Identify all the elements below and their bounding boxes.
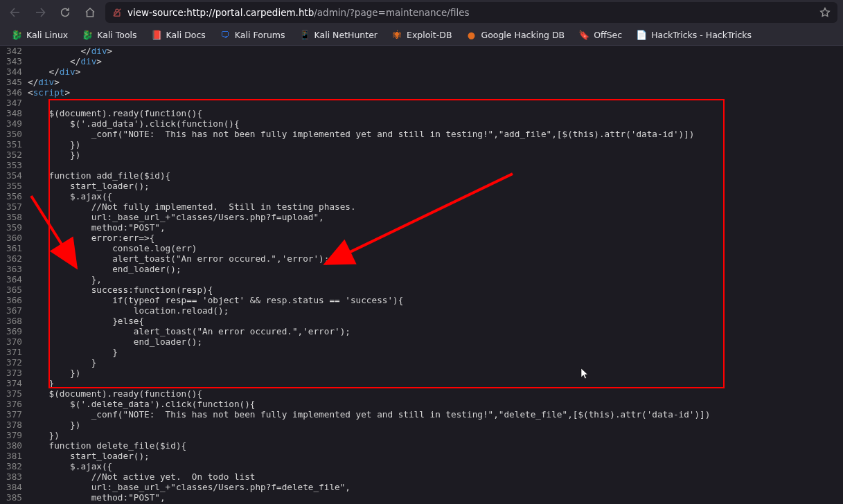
bookmark-label: Exploit-DB	[407, 30, 452, 40]
source-line: 375 $(document).ready(function(){	[0, 388, 843, 399]
line-code: </div>	[28, 56, 102, 66]
line-code: start_loader();	[28, 181, 150, 191]
source-line: 357 //Not fully implemented. Still in te…	[0, 201, 843, 212]
line-code: </div>	[28, 46, 112, 56]
line-number: 356	[0, 191, 28, 201]
source-line: 356 $.ajax({	[0, 191, 843, 201]
bookmark-label: Kali Tools	[97, 30, 136, 40]
line-number: 361	[0, 243, 28, 253]
line-number: 366	[0, 295, 28, 305]
source-line: 370 end_loader();	[0, 336, 843, 347]
source-line: 383 //Not active yet. On todo list	[0, 471, 843, 482]
line-number: 377	[0, 409, 28, 420]
line-code: })	[28, 139, 80, 150]
bookmark-item[interactable]: 🗨Kali Forums	[214, 27, 291, 44]
line-number: 347	[0, 98, 28, 108]
view-source-pane[interactable]: 342 </div>343 </div>344 </div>345</div>3…	[0, 46, 843, 504]
source-line: 380 function delete_file($id){	[0, 440, 843, 451]
bookmark-item[interactable]: 📄HackTricks - HackTricks	[630, 27, 757, 44]
source-line: 371 }	[0, 347, 843, 357]
bookmark-item[interactable]: 🕷Exploit-DB	[386, 27, 457, 44]
source-line: 359 method:"POST",	[0, 222, 843, 233]
source-line: 360 error:err=>{	[0, 233, 843, 243]
line-code: start_loader();	[28, 451, 150, 461]
line-code: })	[28, 368, 80, 378]
line-number: 371	[0, 347, 28, 357]
line-code: function delete_file($id){	[28, 440, 186, 451]
line-number: 342	[0, 46, 28, 56]
source-line: 352 })	[0, 150, 843, 160]
line-code: //Not active yet. On todo list	[28, 471, 255, 482]
line-code: location.reload();	[28, 305, 229, 316]
line-code: <script>	[28, 87, 70, 98]
line-number: 353	[0, 160, 28, 170]
bookmark-item[interactable]: 🔖OffSec	[573, 27, 628, 44]
bookmark-item[interactable]: ●Google Hacking DB	[460, 27, 570, 44]
source-line: 373 })	[0, 368, 843, 378]
forward-button[interactable]	[30, 3, 50, 22]
source-line: 382 $.ajax({	[0, 461, 843, 471]
line-number: 363	[0, 264, 28, 274]
line-number: 349	[0, 118, 28, 129]
line-code: alert_toast("An error occured.",'error')…	[28, 326, 350, 336]
line-number: 358	[0, 212, 28, 222]
line-number: 354	[0, 170, 28, 181]
reload-button[interactable]	[55, 3, 75, 22]
line-code: if(typeof resp== 'object' && resp.status…	[28, 295, 403, 305]
line-code: $.ajax({	[28, 191, 112, 201]
bookmark-icon: 📱	[299, 30, 310, 41]
line-number: 370	[0, 336, 28, 347]
source-line: 365 success:function(resp){	[0, 285, 843, 295]
source-line: 381 start_loader();	[0, 451, 843, 461]
source-line: 350 _conf("NOTE: This has not been fully…	[0, 129, 843, 139]
source-line: 379 })	[0, 430, 843, 440]
back-button[interactable]	[6, 3, 25, 22]
source-line: 351 })	[0, 139, 843, 150]
line-number: 365	[0, 285, 28, 295]
line-code: },	[28, 274, 102, 285]
url-text: view-source:http://portal.carpediem.htb/…	[127, 8, 469, 18]
source-line: 374 }	[0, 378, 843, 388]
line-number: 364	[0, 274, 28, 285]
line-code: //Not fully implemented. Still in testin…	[28, 201, 356, 212]
bookmark-item[interactable]: 🐉Kali Linux	[6, 27, 73, 44]
line-number: 375	[0, 388, 28, 399]
bookmark-item[interactable]: 🐉Kali Tools	[76, 27, 142, 44]
line-number: 360	[0, 233, 28, 243]
bookmark-label: Kali NetHunter	[314, 30, 378, 40]
line-number: 380	[0, 440, 28, 451]
line-number: 355	[0, 181, 28, 191]
bookmark-icon: 🕷	[391, 30, 402, 41]
line-code: url:_base_url_+"classes/Users.php?f=uplo…	[28, 212, 324, 222]
bookmarks-bar: 🐉Kali Linux🐉Kali Tools📕Kali Docs🗨Kali Fo…	[0, 25, 843, 46]
source-line: 347	[0, 98, 843, 108]
line-code: _conf("NOTE: This has not been fully imp…	[28, 409, 710, 420]
line-code: alert_toast("An error occured.",'error')…	[28, 253, 329, 264]
line-number: 383	[0, 471, 28, 482]
line-code: }	[28, 357, 96, 368]
line-code: end_loader();	[28, 336, 202, 347]
line-code: </div>	[28, 66, 80, 77]
source-line: 346<script>	[0, 87, 843, 98]
line-number: 345	[0, 77, 28, 87]
line-number: 382	[0, 461, 28, 471]
bookmark-label: Kali Docs	[166, 30, 206, 40]
source-line: 348 $(document).ready(function(){	[0, 108, 843, 118]
address-bar[interactable]: view-source:http://portal.carpediem.htb/…	[105, 2, 837, 23]
source-line: 355 start_loader();	[0, 181, 843, 191]
line-code: }	[28, 347, 118, 357]
lock-insecure-icon	[112, 8, 122, 17]
bookmark-label: Google Hacking DB	[481, 30, 565, 40]
source-code: 342 </div>343 </div>344 </div>345</div>3…	[0, 46, 843, 503]
source-line: 362 alert_toast("An error occured.",'err…	[0, 253, 843, 264]
line-code: }	[28, 378, 54, 388]
bookmark-star-icon[interactable]	[819, 7, 831, 18]
line-code: method:"POST",	[28, 222, 166, 233]
bookmark-item[interactable]: 📕Kali Docs	[145, 27, 211, 44]
home-button[interactable]	[80, 3, 100, 22]
line-number: 372	[0, 357, 28, 368]
source-line: 376 $('.delete_data').click(function(){	[0, 399, 843, 409]
bookmark-label: Kali Linux	[26, 30, 68, 40]
line-number: 357	[0, 201, 28, 212]
bookmark-item[interactable]: 📱Kali NetHunter	[294, 27, 383, 44]
